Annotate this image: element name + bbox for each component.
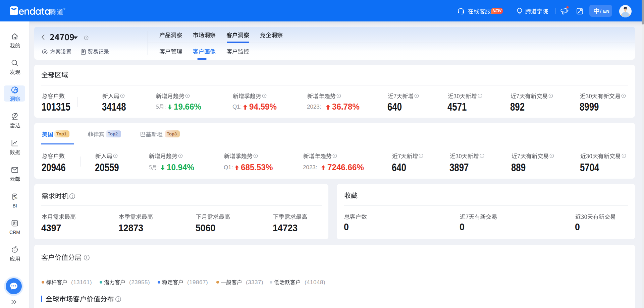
svg-text:BI: BI — [15, 197, 17, 200]
